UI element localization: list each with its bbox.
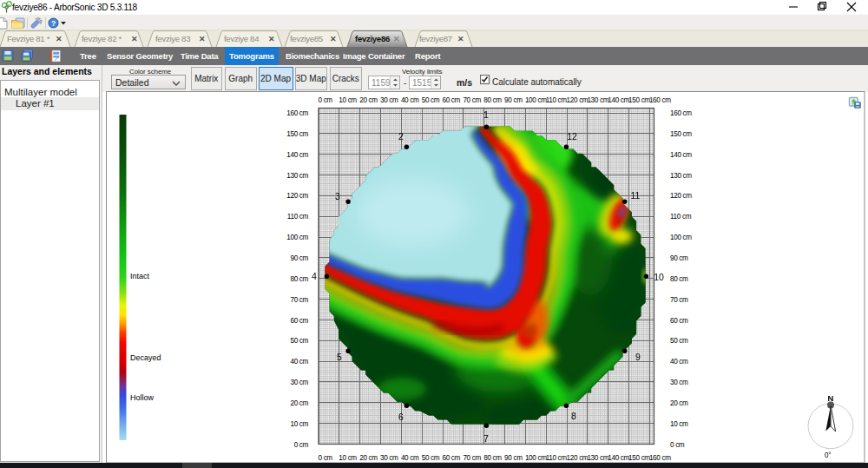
svg-text:12: 12 [567, 131, 577, 142]
svg-text:0 cm: 0 cm [670, 441, 685, 449]
svg-text:20 cm: 20 cm [290, 399, 308, 407]
svg-text:140 cm: 140 cm [670, 151, 692, 159]
svg-text:80 cm: 80 cm [670, 275, 688, 283]
svg-text:0°: 0° [825, 452, 831, 459]
svg-text:4: 4 [312, 271, 317, 281]
svg-text:120 cm: 120 cm [567, 96, 589, 104]
svg-text:100 cm: 100 cm [286, 234, 308, 241]
svg-text:6: 6 [398, 412, 404, 422]
svg-text:160 cm: 160 cm [286, 109, 308, 117]
svg-text:5: 5 [337, 352, 342, 362]
svg-text:50 cm: 50 cm [670, 337, 688, 345]
svg-text:110 cm: 110 cm [287, 213, 309, 221]
svg-text:2: 2 [398, 131, 404, 142]
svg-text:130 cm: 130 cm [587, 96, 608, 104]
svg-text:120 cm: 120 cm [567, 454, 589, 462]
svg-text:20 cm: 20 cm [359, 96, 378, 104]
svg-text:140 cm: 140 cm [286, 151, 308, 159]
svg-text:50 cm: 50 cm [422, 96, 440, 104]
svg-text:150 cm: 150 cm [628, 454, 650, 462]
svg-text:150 cm: 150 cm [670, 130, 692, 138]
svg-text:7: 7 [483, 433, 489, 444]
svg-text:80 cm: 80 cm [290, 275, 308, 283]
svg-text:10 cm: 10 cm [670, 420, 688, 428]
svg-text:0 cm: 0 cm [319, 96, 333, 104]
svg-text:10 cm: 10 cm [290, 420, 308, 428]
svg-text:130 cm: 130 cm [587, 454, 608, 462]
svg-text:30 cm: 30 cm [380, 96, 398, 104]
svg-text:11: 11 [631, 190, 641, 201]
svg-text:0 cm: 0 cm [319, 454, 333, 462]
svg-text:140 cm: 140 cm [608, 454, 629, 462]
svg-text:40 cm: 40 cm [290, 358, 308, 366]
svg-text:30 cm: 30 cm [290, 379, 308, 386]
svg-text:100 cm: 100 cm [525, 454, 547, 462]
svg-text:40 cm: 40 cm [401, 96, 419, 104]
svg-text:160 cm: 160 cm [649, 454, 671, 462]
svg-text:120 cm: 120 cm [670, 192, 692, 200]
svg-text:10 cm: 10 cm [339, 96, 357, 104]
svg-text:60 cm: 60 cm [443, 454, 461, 462]
svg-text:100 cm: 100 cm [670, 234, 692, 241]
svg-text:Decayed: Decayed [130, 353, 161, 362]
svg-text:130 cm: 130 cm [286, 172, 308, 180]
svg-text:10 cm: 10 cm [339, 454, 357, 462]
svg-text:70 cm: 70 cm [463, 96, 481, 104]
svg-text:90 cm: 90 cm [670, 254, 688, 262]
svg-text:3: 3 [335, 191, 340, 201]
svg-text:150 cm: 150 cm [286, 130, 308, 138]
svg-text:40 cm: 40 cm [670, 358, 688, 366]
svg-text:110 cm: 110 cm [546, 454, 568, 462]
svg-text:8: 8 [571, 411, 576, 421]
svg-text:60 cm: 60 cm [670, 317, 688, 325]
svg-text:130 cm: 130 cm [670, 172, 692, 180]
svg-text:70 cm: 70 cm [670, 296, 688, 304]
svg-text:Intact: Intact [130, 272, 150, 280]
svg-text:90 cm: 90 cm [504, 96, 523, 104]
svg-text:40 cm: 40 cm [401, 454, 419, 462]
svg-text:120 cm: 120 cm [286, 192, 308, 200]
svg-text:110 cm: 110 cm [670, 213, 692, 221]
svg-text:9: 9 [635, 352, 641, 362]
svg-text:100 cm: 100 cm [525, 96, 547, 104]
svg-text:80 cm: 80 cm [483, 96, 502, 104]
svg-text:90 cm: 90 cm [504, 454, 523, 462]
svg-text:20 cm: 20 cm [359, 454, 378, 462]
svg-text:20 cm: 20 cm [670, 399, 688, 407]
svg-text:160 cm: 160 cm [649, 96, 671, 104]
svg-text:70 cm: 70 cm [290, 296, 308, 304]
svg-text:70 cm: 70 cm [463, 454, 481, 462]
svg-text:30 cm: 30 cm [670, 379, 688, 386]
svg-text:30 cm: 30 cm [380, 454, 398, 462]
svg-text:60 cm: 60 cm [443, 96, 461, 104]
svg-text:60 cm: 60 cm [290, 317, 308, 325]
svg-text:150 cm: 150 cm [628, 96, 650, 104]
svg-text:0 cm: 0 cm [294, 441, 309, 449]
svg-text:160 cm: 160 cm [670, 109, 692, 117]
svg-text:Hollow: Hollow [130, 393, 155, 402]
svg-text:10: 10 [654, 272, 664, 282]
svg-text:110 cm: 110 cm [546, 96, 568, 104]
svg-text:50 cm: 50 cm [422, 454, 440, 462]
svg-text:90 cm: 90 cm [290, 254, 308, 262]
svg-text:50 cm: 50 cm [290, 337, 308, 345]
svg-text:N: N [828, 393, 834, 403]
svg-text:1: 1 [483, 109, 489, 120]
svg-text:140 cm: 140 cm [608, 96, 629, 104]
svg-text:80 cm: 80 cm [483, 454, 502, 462]
